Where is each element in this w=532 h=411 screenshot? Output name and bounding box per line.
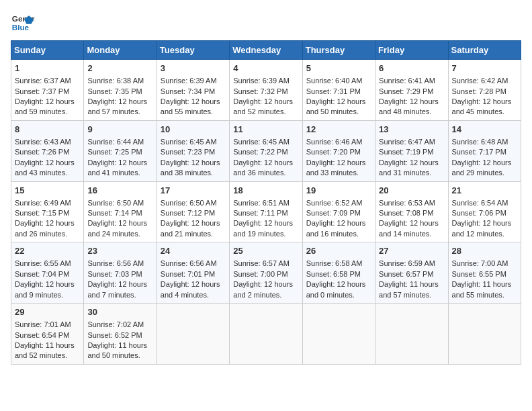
day-number: 30	[87, 306, 152, 318]
logo-icon: General Blue	[11, 11, 35, 35]
calendar-cell	[302, 304, 375, 365]
day-number: 1	[15, 62, 80, 75]
day-number: 18	[233, 185, 298, 197]
day-number: 7	[452, 62, 517, 75]
day-number: 26	[306, 245, 371, 257]
day-number: 19	[306, 185, 371, 197]
calendar-cell: 2Sunrise: 6:38 AMSunset: 7:35 PMDaylight…	[84, 60, 157, 121]
logo: General Blue	[11, 11, 35, 35]
calendar-cell: 7Sunrise: 6:42 AMSunset: 7:28 PMDaylight…	[448, 60, 521, 121]
calendar-cell	[375, 304, 448, 365]
day-number: 8	[15, 124, 80, 136]
day-number: 6	[379, 62, 444, 75]
calendar-week-row: 8Sunrise: 6:43 AMSunset: 7:26 PMDaylight…	[11, 120, 521, 181]
calendar-cell: 12Sunrise: 6:46 AMSunset: 7:20 PMDayligh…	[302, 120, 375, 181]
day-number: 17	[161, 185, 226, 197]
calendar-cell: 24Sunrise: 6:56 AMSunset: 7:01 PMDayligh…	[157, 242, 229, 304]
day-number: 9	[87, 124, 152, 136]
col-sunday: Sunday	[11, 41, 84, 60]
day-number: 13	[379, 124, 444, 136]
day-number: 25	[233, 245, 298, 257]
col-saturday: Saturday	[448, 41, 521, 60]
calendar-header-row: Sunday Monday Tuesday Wednesday Thursday…	[11, 41, 521, 60]
calendar-cell: 10Sunrise: 6:45 AMSunset: 7:23 PMDayligh…	[157, 120, 229, 181]
calendar-week-row: 15Sunrise: 6:49 AMSunset: 7:15 PMDayligh…	[11, 181, 521, 242]
calendar-cell: 15Sunrise: 6:49 AMSunset: 7:15 PMDayligh…	[11, 181, 84, 242]
calendar-week-row: 22Sunrise: 6:55 AMSunset: 7:04 PMDayligh…	[11, 242, 521, 304]
calendar-cell: 18Sunrise: 6:51 AMSunset: 7:11 PMDayligh…	[230, 181, 302, 242]
day-number: 28	[452, 245, 517, 257]
col-wednesday: Wednesday	[230, 41, 302, 60]
calendar-cell: 4Sunrise: 6:39 AMSunset: 7:32 PMDaylight…	[230, 60, 302, 121]
calendar-table: Sunday Monday Tuesday Wednesday Thursday…	[11, 40, 521, 365]
calendar-cell: 25Sunrise: 6:57 AMSunset: 7:00 PMDayligh…	[230, 242, 302, 304]
day-number: 4	[233, 62, 298, 75]
day-number: 10	[161, 124, 226, 136]
calendar-cell: 14Sunrise: 6:48 AMSunset: 7:17 PMDayligh…	[448, 120, 521, 181]
col-monday: Monday	[84, 41, 157, 60]
calendar-cell: 19Sunrise: 6:52 AMSunset: 7:09 PMDayligh…	[302, 181, 375, 242]
calendar-cell: 9Sunrise: 6:44 AMSunset: 7:25 PMDaylight…	[84, 120, 157, 181]
day-number: 11	[233, 124, 298, 136]
day-number: 16	[87, 185, 152, 197]
calendar-cell: 5Sunrise: 6:40 AMSunset: 7:31 PMDaylight…	[302, 60, 375, 121]
day-number: 21	[452, 185, 517, 197]
col-thursday: Thursday	[302, 41, 375, 60]
day-number: 12	[306, 124, 371, 136]
calendar-cell: 6Sunrise: 6:41 AMSunset: 7:29 PMDaylight…	[375, 60, 448, 121]
calendar-cell: 16Sunrise: 6:50 AMSunset: 7:14 PMDayligh…	[84, 181, 157, 242]
calendar-cell: 27Sunrise: 6:59 AMSunset: 6:57 PMDayligh…	[375, 242, 448, 304]
calendar-cell: 23Sunrise: 6:56 AMSunset: 7:03 PMDayligh…	[84, 242, 157, 304]
calendar-cell: 30Sunrise: 7:02 AMSunset: 6:52 PMDayligh…	[84, 304, 157, 365]
calendar-cell: 13Sunrise: 6:47 AMSunset: 7:19 PMDayligh…	[375, 120, 448, 181]
day-number: 22	[15, 245, 80, 257]
calendar-cell: 28Sunrise: 7:00 AMSunset: 6:55 PMDayligh…	[448, 242, 521, 304]
day-number: 14	[452, 124, 517, 136]
calendar-cell: 22Sunrise: 6:55 AMSunset: 7:04 PMDayligh…	[11, 242, 84, 304]
col-friday: Friday	[375, 41, 448, 60]
calendar-cell: 29Sunrise: 7:01 AMSunset: 6:54 PMDayligh…	[11, 304, 84, 365]
calendar-cell	[230, 304, 302, 365]
calendar-cell: 20Sunrise: 6:53 AMSunset: 7:08 PMDayligh…	[375, 181, 448, 242]
calendar-cell: 11Sunrise: 6:45 AMSunset: 7:22 PMDayligh…	[230, 120, 302, 181]
calendar-cell: 3Sunrise: 6:39 AMSunset: 7:34 PMDaylight…	[157, 60, 229, 121]
page-header: General Blue	[11, 11, 521, 35]
calendar-week-row: 1Sunrise: 6:37 AMSunset: 7:37 PMDaylight…	[11, 60, 521, 121]
calendar-cell: 8Sunrise: 6:43 AMSunset: 7:26 PMDaylight…	[11, 120, 84, 181]
calendar-cell: 1Sunrise: 6:37 AMSunset: 7:37 PMDaylight…	[11, 60, 84, 121]
day-number: 27	[379, 245, 444, 257]
day-number: 2	[87, 62, 152, 75]
calendar-cell	[157, 304, 229, 365]
day-number: 20	[379, 185, 444, 197]
day-number: 29	[15, 306, 80, 318]
col-tuesday: Tuesday	[157, 41, 229, 60]
calendar-cell: 26Sunrise: 6:58 AMSunset: 6:58 PMDayligh…	[302, 242, 375, 304]
day-number: 3	[161, 62, 226, 75]
day-number: 5	[306, 62, 371, 75]
day-number: 23	[87, 245, 152, 257]
calendar-cell: 21Sunrise: 6:54 AMSunset: 7:06 PMDayligh…	[448, 181, 521, 242]
calendar-cell: 17Sunrise: 6:50 AMSunset: 7:12 PMDayligh…	[157, 181, 229, 242]
calendar-cell	[448, 304, 521, 365]
day-number: 24	[161, 245, 226, 257]
day-number: 15	[15, 185, 80, 197]
calendar-week-row: 29Sunrise: 7:01 AMSunset: 6:54 PMDayligh…	[11, 304, 521, 365]
